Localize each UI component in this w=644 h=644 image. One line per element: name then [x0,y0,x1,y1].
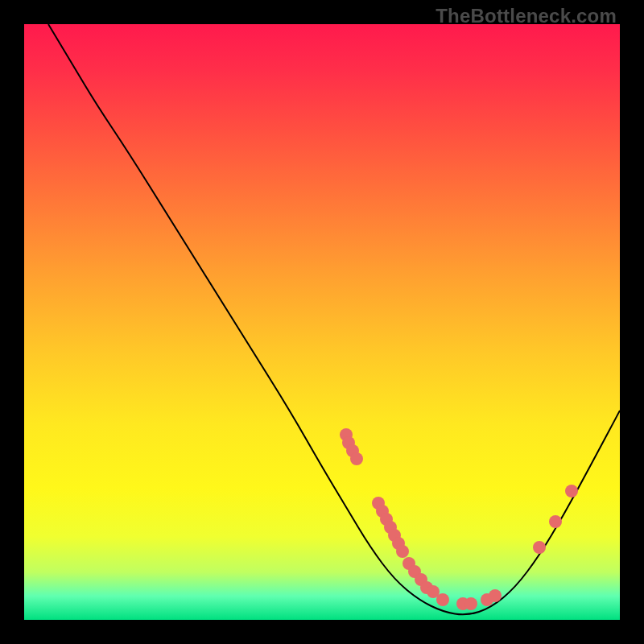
data-point [533,541,546,554]
data-point [489,589,502,602]
data-point [396,545,409,558]
data-point [436,593,449,606]
data-point [350,452,363,465]
chart-svg [24,24,620,620]
bottleneck-curve [48,24,620,614]
data-point [464,597,477,610]
data-point [565,485,578,497]
chart-frame [24,24,620,620]
data-points-group [340,428,578,610]
watermark-text: TheBottleneck.com [436,5,617,27]
data-point [549,515,562,528]
